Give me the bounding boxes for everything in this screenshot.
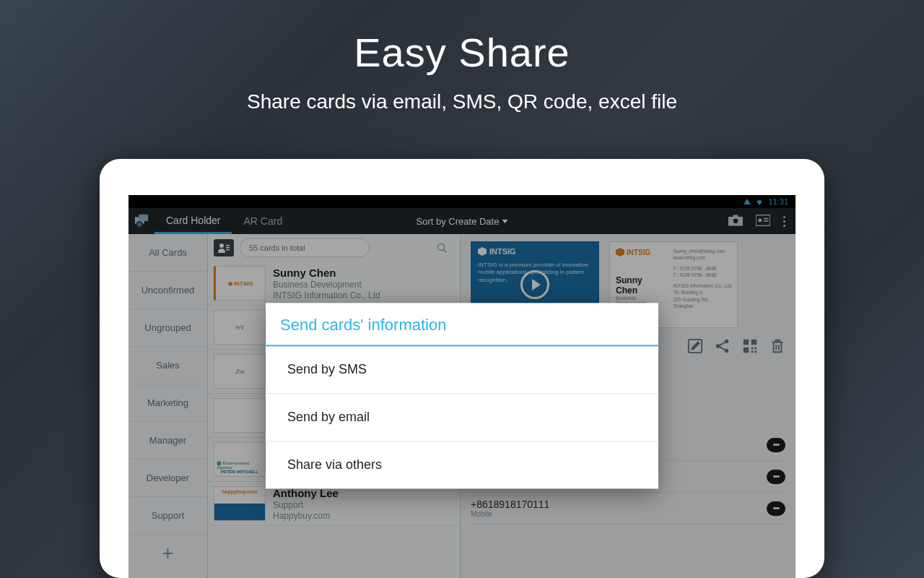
- option-send-email[interactable]: Send by email: [266, 394, 658, 441]
- share-dialog: Send cards' information Send by SMS Send…: [266, 303, 658, 488]
- tablet-frame: 11:31 Card Holder AR Card Sort by Create…: [100, 159, 824, 578]
- hero-subtitle: Share cards via email, SMS, QR code, exc…: [0, 90, 924, 113]
- option-send-sms[interactable]: Send by SMS: [266, 346, 658, 394]
- app-screen: 11:31 Card Holder AR Card Sort by Create…: [128, 195, 796, 578]
- dialog-title: Send cards' information: [266, 303, 658, 346]
- hero-title: Easy Share: [0, 29, 924, 76]
- option-share-others[interactable]: Share via others: [266, 441, 658, 488]
